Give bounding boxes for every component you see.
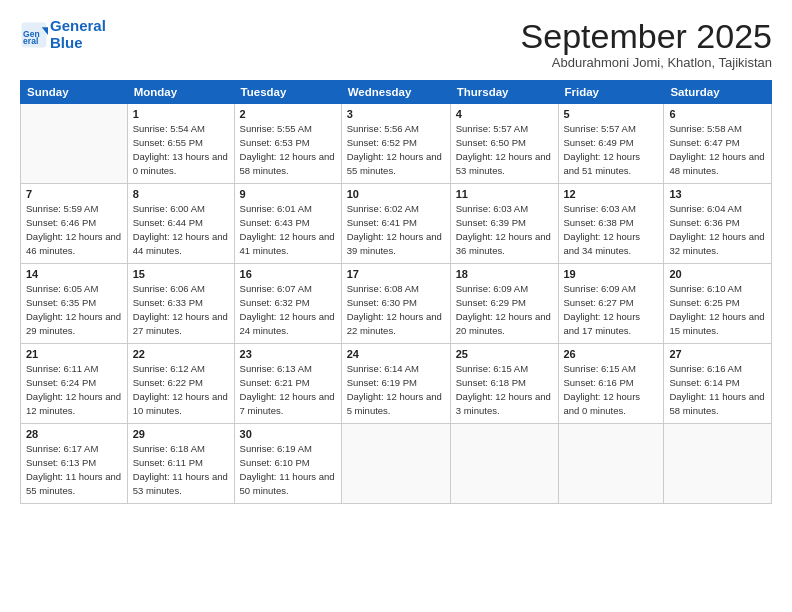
calendar-week-row: 21Sunrise: 6:11 AM Sunset: 6:24 PM Dayli… bbox=[21, 344, 772, 424]
day-number: 26 bbox=[564, 348, 659, 360]
month-title: September 2025 bbox=[521, 18, 772, 55]
day-info: Sunrise: 6:12 AM Sunset: 6:22 PM Dayligh… bbox=[133, 362, 229, 417]
day-number: 21 bbox=[26, 348, 122, 360]
day-number: 1 bbox=[133, 108, 229, 120]
calendar-day-cell: 7Sunrise: 5:59 AM Sunset: 6:46 PM Daylig… bbox=[21, 184, 128, 264]
calendar-day-cell bbox=[450, 424, 558, 504]
day-number: 18 bbox=[456, 268, 553, 280]
calendar-day-cell: 29Sunrise: 6:18 AM Sunset: 6:11 PM Dayli… bbox=[127, 424, 234, 504]
calendar-day-cell: 16Sunrise: 6:07 AM Sunset: 6:32 PM Dayli… bbox=[234, 264, 341, 344]
calendar-day-cell bbox=[558, 424, 664, 504]
logo-line2: Blue bbox=[50, 34, 83, 51]
day-number: 12 bbox=[564, 188, 659, 200]
day-number: 27 bbox=[669, 348, 766, 360]
day-info: Sunrise: 5:55 AM Sunset: 6:53 PM Dayligh… bbox=[240, 122, 336, 177]
day-number: 2 bbox=[240, 108, 336, 120]
day-info: Sunrise: 6:14 AM Sunset: 6:19 PM Dayligh… bbox=[347, 362, 445, 417]
day-number: 9 bbox=[240, 188, 336, 200]
day-number: 14 bbox=[26, 268, 122, 280]
svg-text:eral: eral bbox=[23, 36, 38, 46]
day-number: 22 bbox=[133, 348, 229, 360]
calendar-day-cell: 22Sunrise: 6:12 AM Sunset: 6:22 PM Dayli… bbox=[127, 344, 234, 424]
day-number: 6 bbox=[669, 108, 766, 120]
day-number: 8 bbox=[133, 188, 229, 200]
day-info: Sunrise: 6:16 AM Sunset: 6:14 PM Dayligh… bbox=[669, 362, 766, 417]
logo-icon: Gen eral bbox=[20, 21, 48, 49]
day-info: Sunrise: 6:07 AM Sunset: 6:32 PM Dayligh… bbox=[240, 282, 336, 337]
header-friday: Friday bbox=[558, 81, 664, 104]
calendar-day-cell: 23Sunrise: 6:13 AM Sunset: 6:21 PM Dayli… bbox=[234, 344, 341, 424]
day-info: Sunrise: 6:09 AM Sunset: 6:29 PM Dayligh… bbox=[456, 282, 553, 337]
day-info: Sunrise: 6:03 AM Sunset: 6:38 PM Dayligh… bbox=[564, 202, 659, 257]
calendar-day-cell: 25Sunrise: 6:15 AM Sunset: 6:18 PM Dayli… bbox=[450, 344, 558, 424]
header-tuesday: Tuesday bbox=[234, 81, 341, 104]
day-info: Sunrise: 6:13 AM Sunset: 6:21 PM Dayligh… bbox=[240, 362, 336, 417]
calendar-day-cell: 13Sunrise: 6:04 AM Sunset: 6:36 PM Dayli… bbox=[664, 184, 772, 264]
day-number: 15 bbox=[133, 268, 229, 280]
location-subtitle: Abdurahmoni Jomi, Khatlon, Tajikistan bbox=[521, 55, 772, 70]
day-number: 11 bbox=[456, 188, 553, 200]
day-number: 25 bbox=[456, 348, 553, 360]
calendar-week-row: 14Sunrise: 6:05 AM Sunset: 6:35 PM Dayli… bbox=[21, 264, 772, 344]
day-info: Sunrise: 6:17 AM Sunset: 6:13 PM Dayligh… bbox=[26, 442, 122, 497]
calendar-day-cell: 17Sunrise: 6:08 AM Sunset: 6:30 PM Dayli… bbox=[341, 264, 450, 344]
day-info: Sunrise: 6:05 AM Sunset: 6:35 PM Dayligh… bbox=[26, 282, 122, 337]
calendar-day-cell: 18Sunrise: 6:09 AM Sunset: 6:29 PM Dayli… bbox=[450, 264, 558, 344]
day-info: Sunrise: 6:10 AM Sunset: 6:25 PM Dayligh… bbox=[669, 282, 766, 337]
weekday-header-row: Sunday Monday Tuesday Wednesday Thursday… bbox=[21, 81, 772, 104]
calendar-day-cell bbox=[21, 104, 128, 184]
day-number: 24 bbox=[347, 348, 445, 360]
header-monday: Monday bbox=[127, 81, 234, 104]
day-info: Sunrise: 5:58 AM Sunset: 6:47 PM Dayligh… bbox=[669, 122, 766, 177]
calendar-day-cell: 20Sunrise: 6:10 AM Sunset: 6:25 PM Dayli… bbox=[664, 264, 772, 344]
day-info: Sunrise: 5:54 AM Sunset: 6:55 PM Dayligh… bbox=[133, 122, 229, 177]
calendar-day-cell: 15Sunrise: 6:06 AM Sunset: 6:33 PM Dayli… bbox=[127, 264, 234, 344]
day-info: Sunrise: 6:18 AM Sunset: 6:11 PM Dayligh… bbox=[133, 442, 229, 497]
calendar-day-cell: 14Sunrise: 6:05 AM Sunset: 6:35 PM Dayli… bbox=[21, 264, 128, 344]
day-info: Sunrise: 6:11 AM Sunset: 6:24 PM Dayligh… bbox=[26, 362, 122, 417]
day-info: Sunrise: 6:01 AM Sunset: 6:43 PM Dayligh… bbox=[240, 202, 336, 257]
logo: Gen eral General Blue bbox=[20, 18, 106, 51]
calendar-table: Sunday Monday Tuesday Wednesday Thursday… bbox=[20, 80, 772, 504]
calendar-day-cell: 3Sunrise: 5:56 AM Sunset: 6:52 PM Daylig… bbox=[341, 104, 450, 184]
day-info: Sunrise: 6:06 AM Sunset: 6:33 PM Dayligh… bbox=[133, 282, 229, 337]
day-number: 29 bbox=[133, 428, 229, 440]
day-number: 30 bbox=[240, 428, 336, 440]
calendar-day-cell: 5Sunrise: 5:57 AM Sunset: 6:49 PM Daylig… bbox=[558, 104, 664, 184]
day-number: 4 bbox=[456, 108, 553, 120]
calendar-day-cell: 21Sunrise: 6:11 AM Sunset: 6:24 PM Dayli… bbox=[21, 344, 128, 424]
calendar-day-cell: 19Sunrise: 6:09 AM Sunset: 6:27 PM Dayli… bbox=[558, 264, 664, 344]
header-thursday: Thursday bbox=[450, 81, 558, 104]
day-number: 23 bbox=[240, 348, 336, 360]
day-info: Sunrise: 6:08 AM Sunset: 6:30 PM Dayligh… bbox=[347, 282, 445, 337]
day-info: Sunrise: 6:04 AM Sunset: 6:36 PM Dayligh… bbox=[669, 202, 766, 257]
day-info: Sunrise: 6:00 AM Sunset: 6:44 PM Dayligh… bbox=[133, 202, 229, 257]
day-info: Sunrise: 5:59 AM Sunset: 6:46 PM Dayligh… bbox=[26, 202, 122, 257]
day-info: Sunrise: 6:09 AM Sunset: 6:27 PM Dayligh… bbox=[564, 282, 659, 337]
day-info: Sunrise: 6:02 AM Sunset: 6:41 PM Dayligh… bbox=[347, 202, 445, 257]
calendar-day-cell: 8Sunrise: 6:00 AM Sunset: 6:44 PM Daylig… bbox=[127, 184, 234, 264]
day-number: 10 bbox=[347, 188, 445, 200]
calendar-day-cell: 6Sunrise: 5:58 AM Sunset: 6:47 PM Daylig… bbox=[664, 104, 772, 184]
day-number: 3 bbox=[347, 108, 445, 120]
calendar-day-cell: 11Sunrise: 6:03 AM Sunset: 6:39 PM Dayli… bbox=[450, 184, 558, 264]
header-saturday: Saturday bbox=[664, 81, 772, 104]
calendar-day-cell: 10Sunrise: 6:02 AM Sunset: 6:41 PM Dayli… bbox=[341, 184, 450, 264]
day-number: 28 bbox=[26, 428, 122, 440]
calendar-day-cell: 30Sunrise: 6:19 AM Sunset: 6:10 PM Dayli… bbox=[234, 424, 341, 504]
calendar-day-cell: 12Sunrise: 6:03 AM Sunset: 6:38 PM Dayli… bbox=[558, 184, 664, 264]
day-number: 5 bbox=[564, 108, 659, 120]
logo-line1: General bbox=[50, 17, 106, 34]
day-number: 13 bbox=[669, 188, 766, 200]
header-wednesday: Wednesday bbox=[341, 81, 450, 104]
calendar-week-row: 1Sunrise: 5:54 AM Sunset: 6:55 PM Daylig… bbox=[21, 104, 772, 184]
day-number: 16 bbox=[240, 268, 336, 280]
day-number: 7 bbox=[26, 188, 122, 200]
day-number: 19 bbox=[564, 268, 659, 280]
calendar-day-cell: 27Sunrise: 6:16 AM Sunset: 6:14 PM Dayli… bbox=[664, 344, 772, 424]
header-sunday: Sunday bbox=[21, 81, 128, 104]
day-info: Sunrise: 6:15 AM Sunset: 6:18 PM Dayligh… bbox=[456, 362, 553, 417]
calendar-day-cell: 4Sunrise: 5:57 AM Sunset: 6:50 PM Daylig… bbox=[450, 104, 558, 184]
calendar-day-cell bbox=[664, 424, 772, 504]
day-info: Sunrise: 5:56 AM Sunset: 6:52 PM Dayligh… bbox=[347, 122, 445, 177]
